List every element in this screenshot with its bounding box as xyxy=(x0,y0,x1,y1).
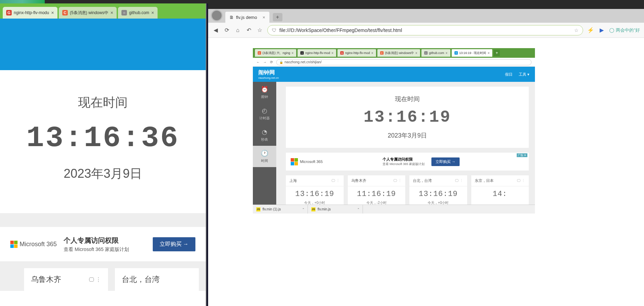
ad-title: 个人专属访问权限 xyxy=(64,236,153,245)
clock-time: 13:16:36 xyxy=(0,121,206,155)
undo-icon[interactable]: ↶ xyxy=(245,27,252,34)
microsoft-logo: Microsoft 365 xyxy=(10,241,57,248)
search-text: 两会中的"好 xyxy=(616,27,640,33)
inner-address-bar[interactable]: 🔒 naozhong.net.cn/shijian/ xyxy=(276,59,532,65)
city-name: 乌鲁木齐 xyxy=(31,274,61,285)
close-icon[interactable]: × xyxy=(446,51,448,55)
tab-label: github.com xyxy=(429,51,444,55)
logo-subtitle: naozhong.net.cn xyxy=(258,76,279,79)
close-icon[interactable]: × xyxy=(371,51,373,55)
close-icon[interactable]: × xyxy=(415,51,417,55)
favicon-github: ○ xyxy=(121,10,127,15)
close-icon[interactable]: × xyxy=(331,51,333,55)
close-icon[interactable]: × xyxy=(151,10,154,15)
ad-banner[interactable]: Microsoft 365 个人专属访问权限 查看 Microsoft 365 … xyxy=(0,227,206,261)
close-icon[interactable]: × xyxy=(110,10,113,15)
download-file[interactable]: JS flv.min (1).js ⌃ xyxy=(253,205,308,214)
microsoft-logo: Microsoft 365 xyxy=(291,158,323,165)
obs-thumbnail xyxy=(0,0,45,3)
lock-icon: 🔒 xyxy=(279,61,283,64)
lightning-icon[interactable]: ⚡ xyxy=(587,27,594,34)
new-tab-button[interactable]: + xyxy=(494,50,500,56)
city-grid: 上海 🖵 ⋮ 13:16:19 今天，+0小时 乌鲁木齐 🖵 ⋮ 11:16:1… xyxy=(286,175,529,209)
city-card[interactable]: 东京，日本 🖵 ⋮ 14: xyxy=(471,175,529,209)
search-suggestion[interactable]: ◯ 两会中的"好 xyxy=(609,27,640,33)
sidebar-item-秒表[interactable]: ◔秒表 xyxy=(253,124,276,146)
ad-brand: Microsoft 365 xyxy=(300,160,323,164)
nav-tools[interactable]: 工具 ▾ xyxy=(519,72,529,77)
ad-title: 个人专属访问权限 xyxy=(383,157,425,162)
close-icon[interactable]: × xyxy=(292,51,294,55)
back-icon[interactable]: ◀ xyxy=(212,27,219,34)
sidebar-item-时间[interactable]: 🕐时间 xyxy=(253,146,276,167)
close-icon[interactable]: × xyxy=(487,51,490,55)
city-actions[interactable]: 🖵 ⋮ xyxy=(517,178,525,183)
city-actions[interactable]: 🖵 ⋮ xyxy=(89,276,101,283)
city-actions[interactable]: 🖵 ⋮ xyxy=(455,178,463,183)
inner-tab[interactable]: ○github.com× xyxy=(421,49,450,57)
tab-nginx[interactable]: G nginx-http-flv-modu × xyxy=(3,7,57,19)
ad-cta-button[interactable]: 立即购买 → xyxy=(431,157,460,166)
ad-badge[interactable]: 广告 ✕ xyxy=(517,153,527,157)
tab-label: flv.js demo xyxy=(236,15,257,20)
play-icon[interactable]: ▶ xyxy=(598,27,605,34)
sidebar-icon: ◴ xyxy=(262,107,267,114)
inner-url-text: naozhong.net.cn/shijian/ xyxy=(285,60,322,64)
js-file-icon: JS xyxy=(311,207,315,211)
profile-avatar-icon[interactable] xyxy=(211,10,223,21)
reload-icon[interactable]: ⟳ xyxy=(270,60,273,64)
city-actions[interactable]: 🖵 ⋮ xyxy=(331,178,340,183)
city-card[interactable]: 乌鲁木齐 🖵 ⋮ 11:16:19 今天，-2小时 xyxy=(348,175,406,209)
city-time: 13:16:19 xyxy=(413,190,464,198)
star-icon[interactable]: ☆ xyxy=(256,27,263,34)
address-bar[interactable]: 🛡 file:///D:/WorkSpace/Other/FFmpegDemo/… xyxy=(267,25,583,35)
inner-ad-banner[interactable]: Microsoft 365 个人专属访问权限 查看 Microsoft 365 … xyxy=(286,153,529,171)
inner-body: ⏰闹钟◴计时器◔秒表🕐时间 现在时间 13:16:19 2023年3月9日 Mi… xyxy=(253,82,535,214)
favicon-c: C xyxy=(62,10,68,15)
favicon: ○ xyxy=(300,51,304,55)
header-nav: 假日 工具 ▾ xyxy=(505,72,529,77)
city-card-taipei[interactable]: 台北，台湾 xyxy=(115,268,199,291)
reload-icon[interactable]: ⟳ xyxy=(223,27,230,34)
tab-label: (3条消息) 六、nging xyxy=(262,51,290,55)
url-text: file:///D:/WorkSpace/Other/FFmpegDemo/te… xyxy=(279,28,402,33)
back-icon[interactable]: ← xyxy=(256,60,260,64)
sidebar-item-计时器[interactable]: ◴计时器 xyxy=(253,103,276,124)
ad-cta-button[interactable]: 立即购买 → xyxy=(153,237,195,251)
site-logo[interactable]: 闹钟网 naozhong.net.cn xyxy=(258,69,279,79)
clock-label: 现在时间 xyxy=(286,95,529,103)
inner-tab[interactable]: ◷13:16:19 · 现在时间× xyxy=(452,49,492,57)
tab-label: (5条消息) windows中 xyxy=(385,51,414,55)
inner-tab[interactable]: C(3条消息) 六、nging× xyxy=(255,49,296,57)
sidebar-item-闹钟[interactable]: ⏰闹钟 xyxy=(253,82,276,103)
left-tab-strip: G nginx-http-flv-modu × C (5条消息) windows… xyxy=(0,3,206,19)
ad-subtitle: 查看 Microsoft 365 家庭版计划 xyxy=(64,247,153,253)
chevron-up-icon[interactable]: ⌃ xyxy=(302,208,305,211)
close-icon[interactable]: × xyxy=(262,15,265,20)
nav-holidays[interactable]: 假日 xyxy=(505,72,513,77)
new-tab-button[interactable]: + xyxy=(273,13,282,21)
chevron-up-icon[interactable]: ⌃ xyxy=(357,208,360,211)
city-card[interactable]: 台北，台湾 🖵 ⋮ 13:16:19 今天，+0小时 xyxy=(409,175,467,209)
close-icon[interactable]: × xyxy=(51,10,54,15)
inner-tab[interactable]: C(5条消息) windows中× xyxy=(377,49,420,57)
city-card-urumqi[interactable]: 乌鲁木齐 🖵 ⋮ xyxy=(24,268,108,291)
city-name: 台北，台湾 xyxy=(122,274,160,285)
inner-toolbar: ← → ⟳ 🔒 naozhong.net.cn/shijian/ xyxy=(253,58,535,67)
tab-flv-demo[interactable]: 🗎 flv.js demo × xyxy=(225,12,269,23)
inner-tab[interactable]: ○nginx-http-flv-mod× xyxy=(298,49,336,57)
inner-tab-strip: C(3条消息) 六、nging×○nginx-http-flv-mod×Gngi… xyxy=(253,48,535,58)
tab-github[interactable]: ○ github.com × xyxy=(118,7,158,19)
city-name: 东京，日本 xyxy=(475,178,494,183)
city-actions[interactable]: 🖵 ⋮ xyxy=(393,178,402,183)
city-card[interactable]: 上海 🖵 ⋮ 13:16:19 今天，+0小时 xyxy=(286,175,344,209)
forward-icon[interactable]: → xyxy=(263,60,267,64)
inner-tab[interactable]: Gnginx-http-flv-mod× xyxy=(337,49,376,57)
ad-subtitle: 查看 Microsoft 365 家庭版计划 xyxy=(383,162,425,166)
bookmark-star-icon[interactable]: ☆ xyxy=(574,28,579,33)
flv-demo-content: C(3条消息) 六、nging×○nginx-http-flv-mod×Gngi… xyxy=(208,38,644,214)
clock-label: 现在时间 xyxy=(0,94,206,111)
download-file[interactable]: JS flv.min.js ⌃ xyxy=(308,205,363,214)
tab-csdn[interactable]: C (5条消息) windows中 × xyxy=(59,7,117,19)
home-icon[interactable]: ⌂ xyxy=(234,27,241,34)
